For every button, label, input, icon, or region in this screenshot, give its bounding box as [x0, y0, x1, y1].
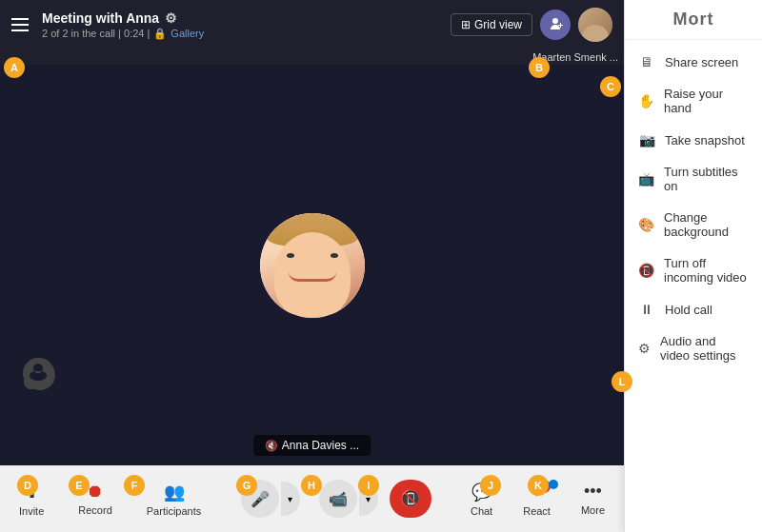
participant-video [260, 213, 365, 318]
meeting-title-text: Meeting with Anna [42, 10, 159, 26]
hamburger-menu[interactable] [11, 14, 32, 35]
meeting-header: Meeting with Anna ⚙ 2 of 2 in the call |… [0, 0, 624, 49]
video-area: 🔇 Anna Davies ... [0, 65, 624, 465]
menu-item-share-screen[interactable]: 🖥 Share screen [625, 46, 762, 78]
mute-icon: 🔇 [265, 440, 278, 452]
subtitles-icon: 📺 [638, 171, 654, 187]
mic-chevron-button[interactable]: ▾ [281, 482, 300, 516]
incoming-video-icon: 📵 [638, 263, 654, 278]
participants-button[interactable]: 👥 Participants [139, 478, 209, 521]
end-call-button[interactable]: 📵 [390, 480, 431, 518]
label-H: H [301, 475, 322, 496]
toolbar-left-group: ⬆ Invite ⏺ Record 👥 Participants [11, 478, 209, 521]
gallery-label[interactable]: Gallery [170, 28, 204, 39]
menu-item-subtitles[interactable]: 📺 Turn subtitles on [625, 156, 762, 202]
mort-text: Mort [625, 0, 762, 40]
react-dot-badge [549, 480, 558, 489]
menu-item-background[interactable]: 🎨 Change background [625, 202, 762, 247]
header-controls: ⊞ Grid view [451, 8, 612, 42]
context-menu: 🖥 Share screen ✋ Raise your hand 📷 Take … [625, 40, 762, 532]
label-A: A [4, 57, 25, 78]
participant-count: 2 of 2 in the call | 0:24 | [42, 28, 150, 39]
label-I: I [358, 475, 379, 496]
label-G: G [236, 475, 257, 496]
label-B: B [529, 57, 550, 78]
background-icon: 🎨 [638, 217, 654, 232]
more-icon: ••• [584, 482, 602, 502]
label-K: K [528, 475, 549, 496]
settings-icon[interactable]: ⚙ [165, 10, 177, 26]
menu-item-raise-hand[interactable]: ✋ Raise your hand [625, 78, 762, 124]
skype-watermark [19, 354, 57, 399]
raise-hand-icon: ✋ [638, 93, 654, 108]
more-button[interactable]: ••• More [573, 478, 612, 521]
label-F: F [124, 475, 145, 496]
label-E: E [69, 475, 90, 496]
toolbar-center-group: 🎤 ▾ 📹 ▾ 📵 [224, 480, 448, 518]
label-L: L [612, 371, 632, 392]
phone-icon: 📵 [400, 488, 421, 509]
hold-icon: ⏸ [638, 302, 655, 317]
anna-name-label: 🔇 Anna Davies ... [253, 435, 371, 456]
menu-item-audio-video-settings[interactable]: ⚙ Audio and video settings [625, 325, 762, 371]
participants-icon: 👥 [164, 482, 185, 502]
grid-icon: ⊞ [461, 18, 471, 31]
menu-item-hold[interactable]: ⏸ Hold call [625, 293, 762, 325]
menu-item-incoming-video[interactable]: 📵 Turn off incoming video [625, 247, 762, 293]
add-participant-button[interactable] [540, 10, 571, 40]
label-D: D [17, 475, 38, 496]
video-button[interactable]: 📹 [319, 480, 357, 518]
menu-item-snapshot[interactable]: 📷 Take snapshot [625, 124, 762, 156]
grid-view-button[interactable]: ⊞ Grid view [451, 13, 532, 36]
label-J: J [480, 475, 501, 496]
snapshot-icon: 📷 [638, 132, 655, 148]
meeting-info: Meeting with Anna ⚙ 2 of 2 in the call |… [42, 10, 441, 40]
label-C: C [600, 76, 621, 97]
user-avatar[interactable] [578, 8, 612, 42]
context-menu-panel: Mort L 🖥 Share screen ✋ Raise your hand … [624, 0, 762, 532]
av-settings-icon: ⚙ [638, 341, 651, 356]
share-screen-icon: 🖥 [638, 54, 655, 69]
